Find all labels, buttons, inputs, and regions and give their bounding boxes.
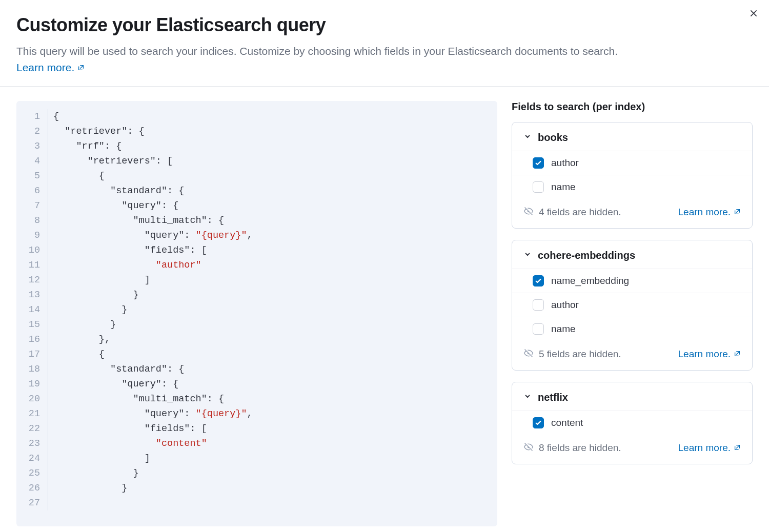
- line-number: 26: [16, 481, 53, 496]
- line-number: 22: [16, 421, 53, 436]
- line-number: 16: [16, 332, 53, 347]
- hidden-fields-text: 4 fields are hidden.: [523, 206, 621, 219]
- field-checkbox[interactable]: [533, 417, 544, 428]
- code-line: 14 }: [16, 302, 497, 317]
- fields-panel: Fields to search (per index) booksauthor…: [512, 101, 753, 526]
- line-code: }: [53, 317, 497, 332]
- field-label: name: [551, 323, 576, 335]
- fields-panel-title: Fields to search (per index): [512, 101, 753, 113]
- line-number: 27: [16, 496, 53, 510]
- query-code-editor[interactable]: 1{2 "retriever": {3 "rrf": {4 "retriever…: [16, 101, 497, 526]
- index-card-netflix: netflixcontent8 fields are hidden.Learn …: [512, 382, 753, 464]
- field-label: author: [551, 157, 579, 169]
- line-code: }: [53, 466, 497, 481]
- learn-more-link[interactable]: Learn more.: [678, 349, 741, 360]
- field-row: author: [512, 293, 752, 317]
- index-name: netflix: [538, 392, 568, 403]
- line-code: "rrf": {: [53, 139, 497, 154]
- index-footer: 8 fields are hidden.Learn more.: [512, 435, 752, 464]
- code-line: 20 "multi_match": {: [16, 392, 497, 406]
- code-line: 21 "query": "{query}",: [16, 406, 497, 421]
- code-line: 22 "fields": [: [16, 421, 497, 436]
- field-checkbox[interactable]: [533, 275, 544, 287]
- line-number: 25: [16, 466, 53, 481]
- index-card-books: booksauthorname4 fields are hidden.Learn…: [512, 122, 753, 229]
- line-code: {: [53, 169, 497, 183]
- external-link-icon: [77, 64, 85, 71]
- code-line: 27: [16, 496, 497, 510]
- field-checkbox[interactable]: [533, 157, 544, 169]
- field-checkbox[interactable]: [533, 299, 544, 311]
- learn-more-link[interactable]: Learn more.: [678, 442, 741, 454]
- code-line: 6 "standard": {: [16, 183, 497, 198]
- line-number: 19: [16, 377, 53, 392]
- modal-title: Customize your Elasticsearch query: [16, 14, 753, 36]
- field-label: name_embedding: [551, 275, 629, 287]
- hidden-fields-text: 8 fields are hidden.: [523, 442, 621, 455]
- code-line: 25 }: [16, 466, 497, 481]
- code-line: 16 },: [16, 332, 497, 347]
- line-code: }: [53, 481, 497, 496]
- field-row: name: [512, 175, 752, 199]
- learn-more-link[interactable]: Learn more.: [678, 207, 741, 218]
- code-line: 12 ]: [16, 273, 497, 288]
- index-toggle[interactable]: books: [512, 122, 752, 151]
- customize-query-modal: Customize your Elasticsearch query This …: [0, 0, 769, 532]
- field-row: name_embedding: [512, 269, 752, 293]
- field-checkbox[interactable]: [533, 181, 544, 193]
- line-code: ]: [53, 451, 497, 466]
- line-number: 12: [16, 273, 53, 288]
- hidden-fields-text: 5 fields are hidden.: [523, 348, 621, 361]
- index-name: books: [538, 132, 568, 144]
- line-code: "multi_match": {: [53, 213, 497, 228]
- line-number: 8: [16, 213, 53, 228]
- code-line: 13 }: [16, 288, 497, 302]
- line-number: 11: [16, 258, 53, 273]
- line-number: 13: [16, 288, 53, 302]
- line-number: 1: [16, 109, 53, 124]
- line-number: 3: [16, 139, 53, 154]
- line-number: 9: [16, 228, 53, 243]
- chevron-down-icon: [523, 132, 532, 142]
- line-number: 2: [16, 124, 53, 139]
- line-code: "query": {: [53, 377, 497, 392]
- index-toggle[interactable]: netflix: [512, 382, 752, 411]
- code-line: 17 {: [16, 347, 497, 362]
- line-number: 23: [16, 436, 53, 451]
- line-code: {: [53, 109, 497, 124]
- code-line: 4 "retrievers": [: [16, 154, 497, 169]
- line-code: "content": [53, 436, 497, 451]
- code-line: 1{: [16, 109, 497, 124]
- line-number: 14: [16, 302, 53, 317]
- line-number: 21: [16, 406, 53, 421]
- field-label: author: [551, 299, 579, 311]
- index-toggle[interactable]: cohere-embeddings: [512, 240, 752, 269]
- code-line: 18 "standard": {: [16, 362, 497, 377]
- code-line: 8 "multi_match": {: [16, 213, 497, 228]
- chevron-down-icon: [523, 392, 532, 402]
- line-code: "fields": [: [53, 421, 497, 436]
- index-name: cohere-embeddings: [538, 250, 635, 261]
- external-link-icon: [734, 207, 741, 218]
- line-code: {: [53, 347, 497, 362]
- field-label: name: [551, 181, 576, 193]
- field-row: name: [512, 317, 752, 341]
- line-code: "standard": {: [53, 362, 497, 377]
- close-button[interactable]: [746, 6, 761, 21]
- modal-subtitle: This query will be used to search your i…: [16, 43, 753, 59]
- modal-header: Customize your Elasticsearch query This …: [0, 0, 769, 87]
- code-line: 9 "query": "{query}",: [16, 228, 497, 243]
- line-number: 24: [16, 451, 53, 466]
- line-code: "query": "{query}",: [53, 228, 497, 243]
- line-code: "query": "{query}",: [53, 406, 497, 421]
- line-number: 18: [16, 362, 53, 377]
- field-row: content: [512, 411, 752, 435]
- field-checkbox[interactable]: [533, 323, 544, 335]
- close-icon: [749, 9, 758, 18]
- code-line: 10 "fields": [: [16, 243, 497, 258]
- learn-more-link[interactable]: Learn more.: [16, 62, 85, 74]
- chevron-down-icon: [523, 250, 532, 260]
- line-code: "author": [53, 258, 497, 273]
- line-code: "retriever": {: [53, 124, 497, 139]
- line-number: 10: [16, 243, 53, 258]
